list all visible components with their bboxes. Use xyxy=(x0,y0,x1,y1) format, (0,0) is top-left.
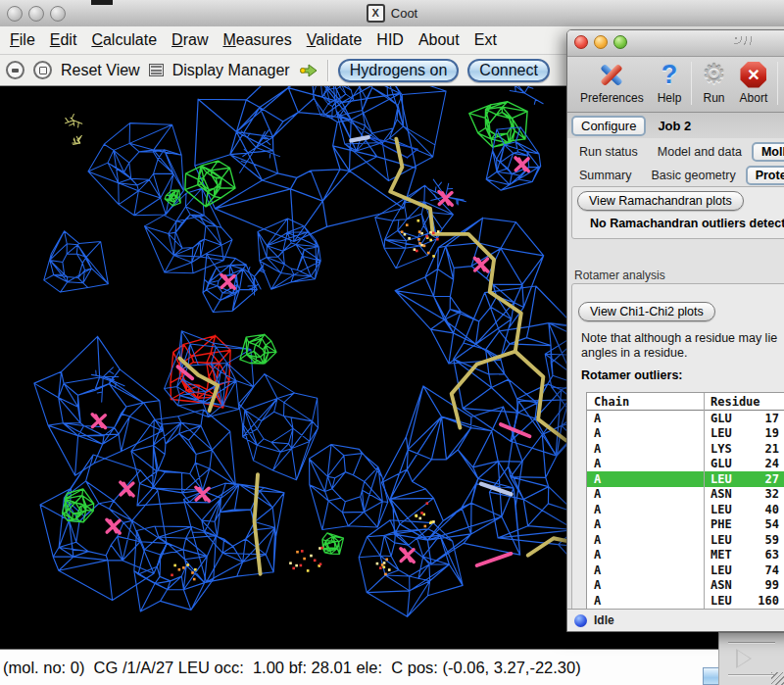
menu-calculate[interactable]: Calculate xyxy=(91,31,157,49)
toolbar-separator xyxy=(327,60,329,81)
table-cell: A xyxy=(587,457,703,470)
table-cell: A xyxy=(587,487,703,501)
table-cell: LEU xyxy=(703,503,742,516)
x11-icon: X xyxy=(367,4,385,23)
view-ramachandran-plots-button[interactable]: View Ramachandran plots xyxy=(577,191,744,211)
sub-tabstrip: SummaryBasic geometryProteinC xyxy=(567,164,784,187)
rotamer-note-line1: Note that although a residue may lie xyxy=(581,331,777,345)
display-manager-button[interactable]: Display Manager xyxy=(172,62,290,79)
hydrogens-toggle-button[interactable]: Hydrogens on xyxy=(338,59,460,82)
menu-validate[interactable]: Validate xyxy=(307,31,363,49)
table-cell: 17 xyxy=(742,412,779,425)
preferences-button[interactable]: Preferences xyxy=(573,60,651,105)
toolbar-item-label: Preferences xyxy=(580,91,644,105)
dialog-zoom-button[interactable] xyxy=(613,35,627,49)
help-button[interactable]: ?Help xyxy=(651,60,689,105)
dialog-titlebar[interactable] xyxy=(567,30,784,57)
table-cell: 32 xyxy=(742,487,779,501)
rotamer-outliers-table[interactable]: Chain Residue AGLU17ALEU19ALYS21AGLU24AL… xyxy=(586,392,784,627)
background-panel xyxy=(718,632,784,685)
reset-view-button[interactable]: Reset View xyxy=(61,62,140,79)
tab-job-2[interactable]: Job 2 xyxy=(654,118,695,134)
table-cell: LEU xyxy=(703,533,742,547)
window-title: X Coot xyxy=(0,0,784,26)
table-row[interactable]: AGLU17 xyxy=(587,411,784,426)
coot-statusbar: (mol. no: 0) CG /1/A/27 LEU occ: 1.00 bf… xyxy=(0,649,784,685)
validation-dialog[interactable]: Preferences?Help⚙Run✕AbortA ConfigureJob… xyxy=(566,29,784,632)
tools-icon xyxy=(597,60,626,89)
table-cell: GLU xyxy=(703,457,742,470)
table-row[interactable]: AMET63 xyxy=(587,548,784,563)
table-header[interactable]: Chain Residue xyxy=(587,393,784,411)
table-cell: A xyxy=(587,472,703,486)
toolbar-separator xyxy=(691,62,692,105)
table-cell: 59 xyxy=(742,533,779,547)
play-triangle-icon[interactable] xyxy=(736,649,752,668)
tab-configure[interactable]: Configure xyxy=(571,116,646,136)
dialog-notebook: Run statusModel and dataMolProbit Summar… xyxy=(567,138,784,631)
menu-edit[interactable]: Edit xyxy=(50,31,77,49)
table-cell: 27 xyxy=(742,472,779,486)
table-row[interactable]: AASN99 xyxy=(587,578,784,594)
tab-summary[interactable]: Summary xyxy=(573,169,637,182)
dialog-statusbar: Idle xyxy=(567,609,784,631)
run-button[interactable]: ⚙Run xyxy=(695,60,732,105)
table-cell: A xyxy=(587,563,703,577)
connect-button[interactable]: Connect xyxy=(467,59,550,82)
table-cell: ASN xyxy=(703,578,742,592)
menu-hid[interactable]: HID xyxy=(376,31,404,49)
resize-grip[interactable] xyxy=(771,672,784,685)
display-manager-icon xyxy=(149,64,164,76)
menu-measures[interactable]: Measures xyxy=(222,31,291,49)
table-row[interactable]: ALEU19 xyxy=(587,426,784,442)
green-arrow-icon[interactable] xyxy=(299,64,318,77)
circle-tool-icon-1[interactable] xyxy=(6,61,24,79)
table-row[interactable]: AASN32 xyxy=(587,487,784,503)
table-cell: MET xyxy=(703,548,742,562)
column-header-residue[interactable]: Residue xyxy=(703,395,742,409)
menu-ext[interactable]: Ext xyxy=(474,31,497,49)
tab-model-and-data[interactable]: Model and data xyxy=(652,145,748,159)
column-header-chain[interactable]: Chain xyxy=(587,395,703,409)
table-row[interactable]: ALEU160 xyxy=(587,593,784,609)
view-chi1-chi2-plots-button[interactable]: View Chi1-Chi2 plots xyxy=(578,302,715,321)
menu-about[interactable]: About xyxy=(418,31,460,49)
table-row[interactable]: ALEU27 xyxy=(587,471,784,487)
table-cell: A xyxy=(587,578,703,592)
tab-basic-geometry[interactable]: Basic geometry xyxy=(645,169,741,182)
table-cell: A xyxy=(587,442,703,456)
tab-run-status[interactable]: Run status xyxy=(573,145,644,159)
table-cell: 40 xyxy=(742,503,779,516)
dialog-minimize-button[interactable] xyxy=(594,35,608,49)
table-row[interactable]: ALYS21 xyxy=(587,441,784,457)
table-row[interactable]: APHE54 xyxy=(587,517,784,533)
table-cell: A xyxy=(587,503,703,516)
panel-groove-top xyxy=(728,642,775,644)
window-title-text: Coot xyxy=(391,6,417,21)
gear-icon: ⚙ xyxy=(702,60,725,89)
table-cell: GLU xyxy=(703,412,742,425)
table-cell: LYS xyxy=(703,442,742,456)
table-cell: 160 xyxy=(742,594,779,608)
tab-protein[interactable]: Protein xyxy=(746,166,784,185)
menu-file[interactable]: File xyxy=(10,31,35,49)
table-cell: LEU xyxy=(703,563,742,577)
table-row[interactable]: ALEU59 xyxy=(587,532,784,548)
table-cell: LEU xyxy=(703,472,742,486)
toolbar-separator xyxy=(777,62,778,105)
abort-button[interactable]: ✕Abort xyxy=(733,60,775,105)
job-tabstrip: ConfigureJob 2 xyxy=(567,113,784,139)
menu-draw[interactable]: Draw xyxy=(172,31,208,49)
coot-titlebar[interactable]: X Coot xyxy=(0,0,784,27)
table-row[interactable]: ALEU74 xyxy=(587,563,784,578)
dialog-close-button[interactable] xyxy=(574,35,588,49)
status-ball-icon xyxy=(574,614,587,627)
rotamer-note-line2: angles in a residue. xyxy=(581,346,687,360)
table-row[interactable]: ALEU40 xyxy=(587,502,784,517)
table-cell: LEU xyxy=(703,426,742,440)
toolbar-item-label: Run xyxy=(703,91,724,105)
table-row[interactable]: AGLU24 xyxy=(587,457,784,472)
tab-molprobit[interactable]: MolProbit xyxy=(752,142,784,162)
circle-tool-icon-2[interactable] xyxy=(33,61,52,79)
table-cell: 24 xyxy=(742,457,779,470)
